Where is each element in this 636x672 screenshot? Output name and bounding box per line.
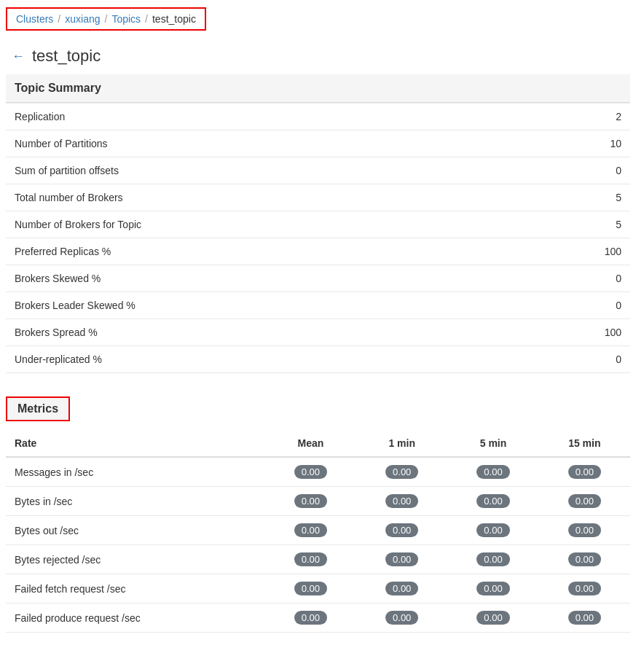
metrics-15min: 0.00 (539, 545, 630, 574)
metrics-5min: 0.00 (447, 603, 538, 633)
metrics-rate-label: Failed produce request /sec (6, 603, 265, 633)
back-button[interactable]: ← (12, 49, 25, 64)
summary-row: Replication 2 (6, 103, 630, 130)
metrics-rate-label: Bytes rejected /sec (6, 545, 265, 574)
summary-value: 5 (510, 184, 630, 211)
summary-label: Brokers Leader Skewed % (6, 292, 510, 319)
metrics-rate-label: Failed fetch request /sec (6, 574, 265, 603)
metrics-header: Metrics (6, 396, 70, 421)
metrics-rate-label: Bytes in /sec (6, 487, 265, 516)
summary-value: 5 (510, 211, 630, 238)
summary-label: Preferred Replicas % (6, 238, 510, 265)
summary-row: Under-replicated % 0 (6, 346, 630, 373)
metrics-row: Failed produce request /sec 0.00 0.00 0.… (6, 603, 630, 633)
metrics-mean: 0.00 (265, 487, 356, 516)
metrics-15min: 0.00 (539, 516, 630, 545)
breadcrumb: Clusters / xuxiang / Topics / test_topic (0, 0, 636, 38)
summary-value: 0 (510, 346, 630, 373)
col-15min: 15 min (539, 430, 630, 457)
summary-value: 0 (510, 292, 630, 319)
metrics-1min: 0.00 (356, 545, 447, 574)
summary-row: Number of Partitions 10 (6, 130, 630, 157)
breadcrumb-xuxiang[interactable]: xuxiang (65, 13, 100, 25)
metrics-row: Messages in /sec 0.00 0.00 0.00 0.00 (6, 457, 630, 487)
metrics-row: Bytes in /sec 0.00 0.00 0.00 0.00 (6, 487, 630, 516)
metrics-1min: 0.00 (356, 516, 447, 545)
metrics-15min: 0.00 (539, 457, 630, 487)
summary-label: Number of Brokers for Topic (6, 211, 510, 238)
col-5min: 5 min (447, 430, 538, 457)
summary-label: Under-replicated % (6, 346, 510, 373)
metrics-15min: 0.00 (539, 487, 630, 516)
page-header: ← test_topic (0, 38, 636, 74)
summary-value: 0 (510, 265, 630, 292)
metrics-mean: 0.00 (265, 516, 356, 545)
summary-value: 100 (510, 319, 630, 346)
metrics-row: Bytes rejected /sec 0.00 0.00 0.00 0.00 (6, 545, 630, 574)
summary-row: Total number of Brokers 5 (6, 184, 630, 211)
summary-value: 10 (510, 130, 630, 157)
metrics-5min: 0.00 (447, 545, 538, 574)
breadcrumb-sep-3: / (145, 13, 148, 25)
metrics-5min: 0.00 (447, 574, 538, 603)
metrics-rate-label: Messages in /sec (6, 457, 265, 487)
metrics-1min: 0.00 (356, 574, 447, 603)
metrics-table-header-row: Rate Mean 1 min 5 min 15 min (6, 430, 630, 457)
metrics-1min: 0.00 (356, 487, 447, 516)
summary-label: Sum of partition offsets (6, 157, 510, 184)
breadcrumb-sep-2: / (105, 13, 108, 25)
metrics-mean: 0.00 (265, 603, 356, 633)
summary-label: Number of Partitions (6, 130, 510, 157)
metrics-1min: 0.00 (356, 603, 447, 633)
page-title: test_topic (32, 47, 101, 66)
col-1min: 1 min (356, 430, 447, 457)
metrics-section: Metrics Rate Mean 1 min 5 min 15 min Mes… (6, 385, 630, 633)
topic-summary-section: Topic Summary Replication 2 Number of Pa… (6, 74, 630, 373)
summary-value: 0 (510, 157, 630, 184)
summary-row: Brokers Spread % 100 (6, 319, 630, 346)
metrics-mean: 0.00 (265, 574, 356, 603)
metrics-table: Rate Mean 1 min 5 min 15 min Messages in… (6, 430, 630, 633)
metrics-mean: 0.00 (265, 545, 356, 574)
summary-value: 100 (510, 238, 630, 265)
metrics-row: Bytes out /sec 0.00 0.00 0.00 0.00 (6, 516, 630, 545)
metrics-15min: 0.00 (539, 603, 630, 633)
breadcrumb-clusters[interactable]: Clusters (16, 13, 53, 25)
metrics-5min: 0.00 (447, 457, 538, 487)
topic-summary-header: Topic Summary (6, 74, 630, 103)
summary-row: Sum of partition offsets 0 (6, 157, 630, 184)
breadcrumb-topics[interactable]: Topics (111, 13, 141, 25)
metrics-row: Failed fetch request /sec 0.00 0.00 0.00… (6, 574, 630, 603)
summary-value: 2 (510, 103, 630, 130)
summary-row: Preferred Replicas % 100 (6, 238, 630, 265)
metrics-5min: 0.00 (447, 487, 538, 516)
metrics-1min: 0.00 (356, 457, 447, 487)
metrics-mean: 0.00 (265, 457, 356, 487)
summary-label: Brokers Skewed % (6, 265, 510, 292)
summary-row: Brokers Leader Skewed % 0 (6, 292, 630, 319)
summary-label: Total number of Brokers (6, 184, 510, 211)
metrics-15min: 0.00 (539, 574, 630, 603)
summary-label: Brokers Spread % (6, 319, 510, 346)
breadcrumb-current: test_topic (152, 13, 196, 25)
col-rate: Rate (6, 430, 265, 457)
metrics-rate-label: Bytes out /sec (6, 516, 265, 545)
metrics-5min: 0.00 (447, 516, 538, 545)
summary-row: Number of Brokers for Topic 5 (6, 211, 630, 238)
summary-row: Brokers Skewed % 0 (6, 265, 630, 292)
summary-label: Replication (6, 103, 510, 130)
topic-summary-table: Replication 2 Number of Partitions 10 Su… (6, 103, 630, 373)
col-mean: Mean (265, 430, 356, 457)
breadcrumb-sep-1: / (58, 13, 60, 25)
